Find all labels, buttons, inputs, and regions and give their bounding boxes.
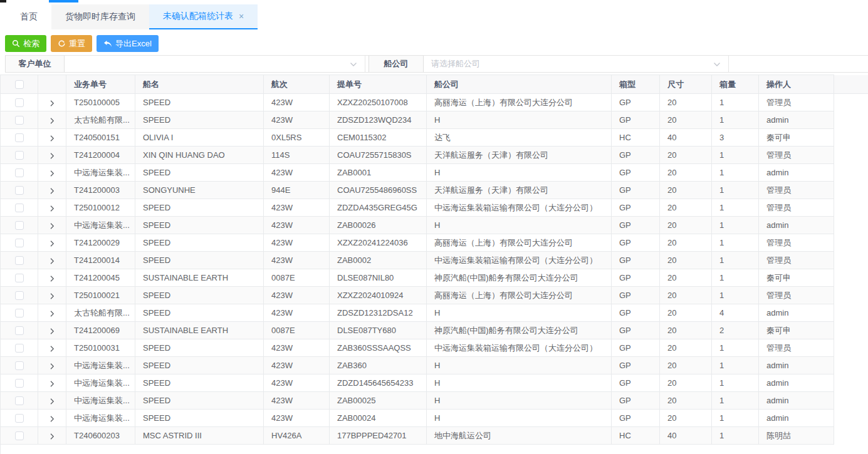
cell-size: 20 xyxy=(660,287,712,304)
row-filler-cell xyxy=(834,287,868,304)
cell-business-no: T241200014 xyxy=(66,252,135,269)
expand-row-icon[interactable] xyxy=(48,343,56,353)
expand-row-icon[interactable] xyxy=(48,291,56,300)
row-checkbox[interactable] xyxy=(15,274,24,282)
row-checkbox[interactable] xyxy=(15,168,24,177)
expand-row-icon[interactable] xyxy=(48,361,56,370)
export-icon xyxy=(103,40,112,48)
row-checkbox[interactable] xyxy=(15,256,24,265)
row-checkbox[interactable] xyxy=(15,98,24,107)
chevron-down-icon xyxy=(350,59,357,69)
row-filler-cell xyxy=(834,357,868,374)
tab-inventory-query[interactable]: 货物即时库存查询 xyxy=(51,4,149,29)
tab-unconfirmed-container-stats-label: 未确认配箱统计表 xyxy=(163,11,233,22)
row-expand-cell xyxy=(38,392,66,410)
expand-row-icon[interactable] xyxy=(48,98,56,107)
row-checkbox[interactable] xyxy=(15,431,24,440)
table-row: 太古轮船有限... SPEED 423W ZDSZD123WQD234 H GP… xyxy=(1,111,868,129)
expand-row-icon[interactable] xyxy=(48,220,56,230)
cell-bl-no: XZXZ20250107008 xyxy=(330,94,427,111)
cell-operator: 陈明喆 xyxy=(759,427,834,445)
expand-row-icon[interactable] xyxy=(48,150,56,160)
expand-row-icon[interactable] xyxy=(48,308,56,317)
select-all-checkbox[interactable] xyxy=(15,80,24,89)
results-table: 业务单号 船名 航次 提单号 船公司 箱型 尺寸 箱量 操作人 T2501000… xyxy=(0,75,868,445)
search-icon xyxy=(12,39,20,48)
expand-row-icon[interactable] xyxy=(48,133,56,142)
expand-row-icon[interactable] xyxy=(48,255,56,265)
export-excel-button[interactable]: 导出Excel xyxy=(97,35,159,52)
cell-bl-no: ZDZDA435GREG45G xyxy=(330,199,427,217)
cell-quantity: 1 xyxy=(712,410,759,427)
cell-container-type: GP xyxy=(612,392,660,410)
header-business-no: 业务单号 xyxy=(66,75,135,94)
cell-shipping-company: H xyxy=(427,374,612,392)
row-checkbox[interactable] xyxy=(15,326,24,335)
expand-row-icon[interactable] xyxy=(48,203,56,212)
top-strip xyxy=(0,0,868,3)
cell-quantity: 1 xyxy=(712,357,759,374)
expand-row-icon[interactable] xyxy=(48,185,56,195)
row-checkbox[interactable] xyxy=(15,133,24,142)
search-button-label: 检索 xyxy=(23,38,39,49)
tab-unconfirmed-container-stats[interactable]: 未确认配箱统计表 × xyxy=(149,4,258,29)
cell-operator: 秦可申 xyxy=(759,129,834,147)
cell-container-type: GP xyxy=(612,339,660,357)
row-checkbox[interactable] xyxy=(15,344,24,353)
cell-bl-no: ZAB0001 xyxy=(330,164,427,182)
row-checkbox[interactable] xyxy=(15,361,24,370)
cell-container-type: HC xyxy=(612,129,660,147)
cell-bl-no: ZAB0002 xyxy=(330,252,427,269)
cell-voyage: 0087E xyxy=(264,269,330,287)
cell-container-type: GP xyxy=(612,410,660,427)
customer-unit-select[interactable] xyxy=(65,56,365,72)
close-tab-icon[interactable]: × xyxy=(239,12,244,21)
row-checkbox[interactable] xyxy=(15,221,24,230)
cell-business-no: 中远海运集装... xyxy=(66,392,135,410)
row-checkbox[interactable] xyxy=(15,151,24,160)
row-checkbox[interactable] xyxy=(15,239,24,247)
reset-button[interactable]: 重置 xyxy=(51,35,92,52)
expand-row-icon[interactable] xyxy=(48,326,56,335)
expand-row-icon[interactable] xyxy=(48,378,56,388)
row-checkbox[interactable] xyxy=(15,414,24,423)
row-checkbox[interactable] xyxy=(15,396,24,405)
cell-quantity: 3 xyxy=(712,129,759,147)
cell-shipping-company: 中远海运集装箱运输有限公司（大连分公司） xyxy=(427,199,612,217)
cell-size: 20 xyxy=(660,94,712,111)
toolbar: 检索 重置 导出Excel xyxy=(0,29,868,55)
cell-operator: 管理员 xyxy=(759,287,834,304)
cell-container-type: GP xyxy=(612,164,660,182)
cell-bl-no: ZAB360 xyxy=(330,357,427,374)
cell-quantity: 2 xyxy=(712,322,759,339)
cell-vessel-name: SPEED xyxy=(135,392,264,410)
row-checkbox[interactable] xyxy=(15,291,24,300)
shipping-company-select[interactable]: 请选择船公司 xyxy=(424,56,729,72)
expand-row-icon[interactable] xyxy=(48,413,56,423)
cell-shipping-company: 中远海运集装箱运输有限公司（大连分公司） xyxy=(427,339,612,357)
expand-row-icon[interactable] xyxy=(48,238,56,247)
row-expand-cell xyxy=(38,374,66,392)
row-checkbox-cell xyxy=(1,269,38,287)
row-checkbox[interactable] xyxy=(15,186,24,195)
row-checkbox[interactable] xyxy=(15,379,24,388)
cell-quantity: 1 xyxy=(712,252,759,269)
table-row: 中远海运集装... SPEED 423W ZAB00024 H GP 20 1 … xyxy=(1,410,868,427)
search-button[interactable]: 检索 xyxy=(5,35,46,52)
header-bl-no: 提单号 xyxy=(330,75,427,94)
row-checkbox[interactable] xyxy=(15,116,24,125)
table-row: 中远海运集装... SPEED 423W ZAB00026 H GP 20 1 … xyxy=(1,217,868,234)
row-checkbox[interactable] xyxy=(15,204,24,212)
expand-row-icon[interactable] xyxy=(48,273,56,282)
row-filler-cell xyxy=(834,164,868,182)
expand-row-icon[interactable] xyxy=(48,115,56,125)
tab-home[interactable]: 首页 xyxy=(6,4,51,29)
cell-vessel-name: SPEED xyxy=(135,111,264,129)
expand-row-icon[interactable] xyxy=(48,431,56,440)
row-checkbox-cell xyxy=(1,322,38,339)
row-checkbox[interactable] xyxy=(15,309,24,317)
expand-row-icon[interactable] xyxy=(48,396,56,405)
cell-container-type: GP xyxy=(612,252,660,269)
expand-row-icon[interactable] xyxy=(48,168,56,177)
cell-shipping-company: H xyxy=(427,304,612,322)
